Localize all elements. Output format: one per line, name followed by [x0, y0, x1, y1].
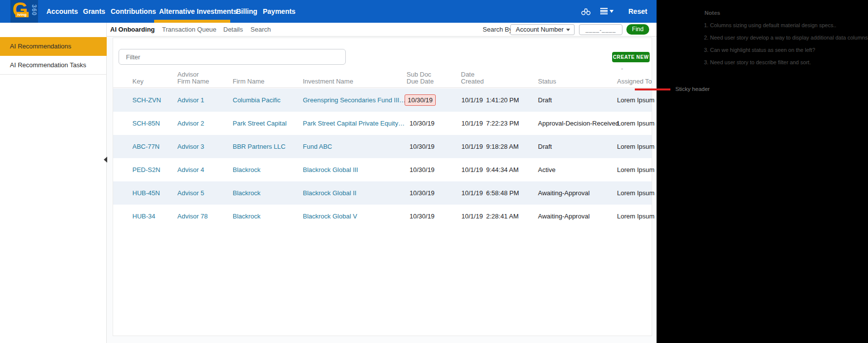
cell-firm-name-link[interactable]: Blackrock: [233, 213, 260, 220]
cell-advisor-firm-link[interactable]: Advisor 78: [177, 205, 232, 228]
column-header-date[interactable]: DateCreated: [461, 71, 484, 85]
cell-investment-name-link[interactable]: Greenspring Secondaries Fund III…: [303, 96, 406, 104]
time-created-value: 7:22:23 PM: [486, 120, 519, 127]
cell-date-created: 10/1/197:22:23 PM: [461, 112, 537, 135]
cell-investment-name-link[interactable]: Blackrock Global II: [303, 181, 406, 205]
reset-button[interactable]: Reset: [628, 0, 647, 23]
status-value: Awaiting-Approval: [538, 189, 590, 197]
date-created-value: 10/1/19: [461, 143, 483, 150]
table-row[interactable]: HUB-34Advisor 78BlackrockBlackrock Globa…: [113, 205, 652, 228]
note-item: 3. Can we highlight status as seen on th…: [704, 47, 868, 53]
cell-investment-name-link[interactable]: Greenspring Secondaries Fund III…: [303, 88, 406, 112]
collapse-left-triangle-icon[interactable]: [104, 157, 107, 163]
column-header-subdoc[interactable]: Sub DocDue Date: [407, 71, 434, 85]
column-header-key[interactable]: Key: [132, 78, 143, 85]
account-number-input[interactable]: [579, 24, 622, 35]
nav-item-accounts[interactable]: Accounts: [46, 0, 78, 23]
cell-advisor-firm-link[interactable]: Advisor 1: [177, 96, 204, 104]
cell-key-link[interactable]: SCH-85N: [132, 120, 160, 127]
cell-key-link[interactable]: SCH-ZVN: [132, 88, 176, 112]
cell-investment-name-link[interactable]: Blackrock Global III: [303, 158, 406, 181]
table-row[interactable]: ABC-77NAdvisor 3BBR Partners LLCFund ABC…: [113, 135, 652, 158]
column-header-investment[interactable]: Investment Name: [303, 78, 353, 85]
cell-firm-name-link[interactable]: Park Street Capital: [233, 120, 287, 127]
cell-advisor-firm-link[interactable]: Advisor 4: [177, 166, 204, 173]
cell-investment-name-link[interactable]: Fund ABC: [303, 143, 332, 150]
cell-advisor-firm-link[interactable]: Advisor 78: [177, 213, 207, 220]
cell-investment-name-link[interactable]: Blackrock Global III: [303, 166, 358, 173]
binoculars-icon[interactable]: [580, 6, 591, 17]
due-date-value: 10/30/19: [410, 189, 435, 197]
cell-investment-name-link[interactable]: Park Street Capital Private Equity…: [303, 112, 406, 135]
cell-assigned-to: Lorem Ipsum: [617, 135, 653, 158]
cell-firm-name-link[interactable]: Columbia Pacific: [233, 88, 302, 112]
nav-item-grants[interactable]: Grants: [83, 0, 105, 23]
column-header-firm[interactable]: Firm Name: [233, 78, 264, 85]
nav-item-contributions[interactable]: Contributions: [111, 0, 156, 23]
cell-key-link[interactable]: HUB-45N: [132, 181, 176, 205]
cell-investment-name-link[interactable]: Park Street Capital Private Equity…: [303, 120, 405, 127]
search-by-selected-value: Account Number: [516, 26, 564, 33]
sidebar-item-ai-recommendation-tasks[interactable]: AI Recommendation Tasks: [0, 56, 107, 75]
cell-firm-name-link[interactable]: BBR Partners LLC: [233, 135, 302, 158]
table-row[interactable]: HUB-45NAdvisor 5BlackrockBlackrock Globa…: [113, 181, 652, 205]
time-created-value: 9:18:28 AM: [486, 143, 519, 150]
cell-key-link[interactable]: HUB-45N: [132, 189, 160, 197]
cell-date-created: 10/1/191:41:20 PM: [461, 88, 537, 112]
cell-key-link[interactable]: ABC-77N: [132, 135, 176, 158]
date-created-value: 10/1/19: [461, 96, 483, 104]
cell-advisor-firm-link[interactable]: Advisor 2: [177, 120, 204, 127]
due-date-value: 10/30/19: [410, 166, 435, 173]
search-by-select[interactable]: Account Number: [510, 24, 575, 35]
cell-firm-name-link[interactable]: Blackrock: [233, 158, 302, 181]
cell-advisor-firm-link[interactable]: Advisor 4: [177, 158, 232, 181]
cell-advisor-firm-link[interactable]: Advisor 5: [177, 181, 232, 205]
cell-key-link[interactable]: PED-S2N: [132, 166, 160, 173]
cell-key-link[interactable]: ABC-77N: [132, 143, 160, 150]
sticky-header-annotation-line: [635, 88, 670, 90]
cell-key-link[interactable]: PED-S2N: [132, 158, 176, 181]
column-header-advisor[interactable]: AdvisorFirm Name: [177, 71, 209, 85]
table-row[interactable]: SCH-85NAdvisor 2Park Street CapitalPark …: [113, 112, 652, 135]
cell-investment-name-link[interactable]: Fund ABC: [303, 135, 406, 158]
cell-firm-name-link[interactable]: Columbia Pacific: [233, 96, 281, 104]
cell-key-link[interactable]: SCH-85N: [132, 112, 176, 135]
cell-firm-name-link[interactable]: Blackrock: [233, 181, 302, 205]
tab-details[interactable]: Details: [223, 23, 243, 36]
nav-item-billing[interactable]: Billing: [236, 0, 257, 23]
due-date-value: 10/30/19: [410, 120, 435, 127]
nav-item-payments[interactable]: Payments: [263, 0, 295, 23]
cell-key-link[interactable]: HUB-34: [132, 205, 176, 228]
find-button[interactable]: Find: [626, 24, 649, 35]
chevron-down-icon: [610, 10, 614, 13]
cell-investment-name-link[interactable]: Blackrock Global II: [303, 189, 356, 197]
cell-advisor-firm-link[interactable]: Advisor 3: [177, 135, 232, 158]
tab-transaction-queue[interactable]: Transaction Queue: [162, 23, 216, 36]
tab-search[interactable]: Search: [250, 23, 271, 36]
column-header-assigned[interactable]: Assigned To: [617, 78, 652, 85]
cell-firm-name-link[interactable]: Blackrock: [233, 166, 260, 173]
sidebar-item-ai-recommendations[interactable]: AI Recommendations: [0, 37, 107, 56]
date-created-value: 10/1/19: [461, 120, 483, 127]
cell-firm-name-link[interactable]: Blackrock: [233, 189, 260, 197]
cell-advisor-firm-link[interactable]: Advisor 5: [177, 189, 204, 197]
cell-investment-name-link[interactable]: Blackrock Global V: [303, 213, 357, 220]
tab-ai-onboarding[interactable]: AI Onboarding: [110, 23, 155, 36]
date-created-value: 10/1/19: [461, 189, 483, 197]
cell-firm-name-link[interactable]: Park Street Capital: [233, 112, 302, 135]
cell-advisor-firm-link[interactable]: Advisor 3: [177, 143, 204, 150]
cell-key-link[interactable]: SCH-ZVN: [132, 96, 161, 104]
table-row[interactable]: SCH-ZVNAdvisor 1Columbia PacificGreenspr…: [113, 88, 652, 112]
cell-firm-name-link[interactable]: Blackrock: [233, 205, 302, 228]
giving360-logo[interactable]: G iving 360: [10, 0, 38, 23]
cell-advisor-firm-link[interactable]: Advisor 2: [177, 112, 232, 135]
status-value: Draft: [538, 143, 552, 150]
cell-key-link[interactable]: HUB-34: [132, 213, 155, 220]
table-row[interactable]: PED-S2NAdvisor 4BlackrockBlackrock Globa…: [113, 158, 652, 181]
menu-list-with-caret-icon[interactable]: [600, 8, 613, 15]
date-created-value: 10/1/19: [461, 166, 483, 173]
cell-investment-name-link[interactable]: Blackrock Global V: [303, 205, 406, 228]
cell-advisor-firm-link[interactable]: Advisor 1: [177, 88, 232, 112]
cell-firm-name-link[interactable]: BBR Partners LLC: [233, 143, 286, 150]
column-header-status[interactable]: Status: [538, 78, 556, 85]
